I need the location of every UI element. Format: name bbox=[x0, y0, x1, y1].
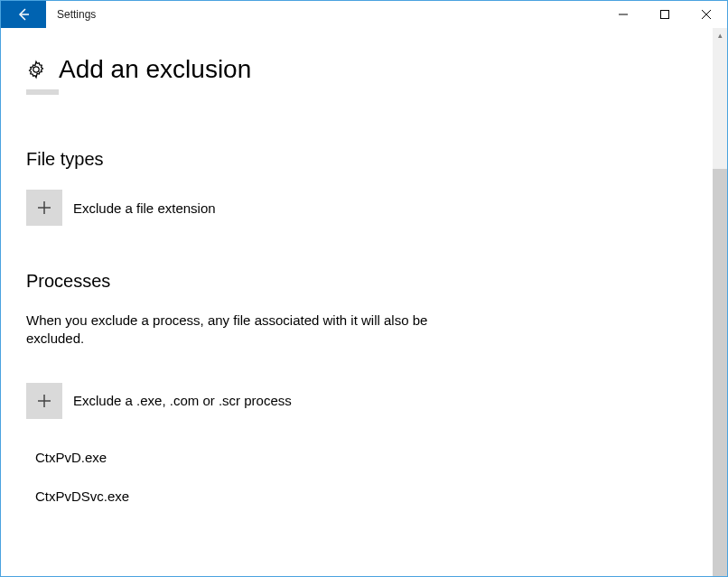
svg-rect-0 bbox=[661, 11, 669, 19]
scroll-up-arrow-icon[interactable]: ▴ bbox=[713, 28, 727, 42]
scroll-track[interactable] bbox=[713, 42, 727, 576]
close-button[interactable] bbox=[686, 1, 727, 28]
maximize-button[interactable] bbox=[644, 1, 686, 28]
processes-heading: Processes bbox=[26, 271, 713, 292]
maximize-icon bbox=[659, 9, 670, 20]
add-file-type-button[interactable] bbox=[26, 190, 62, 226]
main-content: Add an exclusion File types Exclude a fi… bbox=[1, 28, 713, 576]
back-arrow-icon bbox=[15, 6, 32, 23]
add-file-type-label: Exclude a file extension bbox=[73, 200, 216, 216]
page-title: Add an exclusion bbox=[59, 55, 251, 84]
process-list-item[interactable]: CtxPvDSvc.exe bbox=[26, 481, 713, 511]
add-process-label: Exclude a .exe, .com or .scr process bbox=[73, 393, 292, 408]
window-controls bbox=[602, 1, 727, 28]
close-icon bbox=[701, 9, 712, 20]
gear-icon bbox=[26, 60, 46, 79]
scroll-thumb[interactable] bbox=[713, 42, 727, 169]
plus-icon bbox=[36, 393, 52, 409]
file-types-heading: File types bbox=[26, 149, 713, 170]
titlebar: Settings bbox=[1, 1, 727, 28]
plus-icon bbox=[36, 200, 52, 216]
add-process-button[interactable] bbox=[26, 383, 62, 419]
process-list-item[interactable]: CtxPvD.exe bbox=[26, 442, 713, 472]
add-process-row[interactable]: Exclude a .exe, .com or .scr process bbox=[26, 383, 713, 419]
window-title: Settings bbox=[46, 1, 96, 28]
processes-description: When you exclude a process, any file ass… bbox=[26, 312, 478, 349]
add-file-type-row[interactable]: Exclude a file extension bbox=[26, 190, 713, 226]
minimize-button[interactable] bbox=[602, 1, 644, 28]
back-button[interactable] bbox=[1, 1, 46, 28]
accent-bar bbox=[26, 89, 59, 95]
minimize-icon bbox=[618, 9, 629, 20]
vertical-scrollbar[interactable]: ▴ bbox=[713, 28, 727, 576]
